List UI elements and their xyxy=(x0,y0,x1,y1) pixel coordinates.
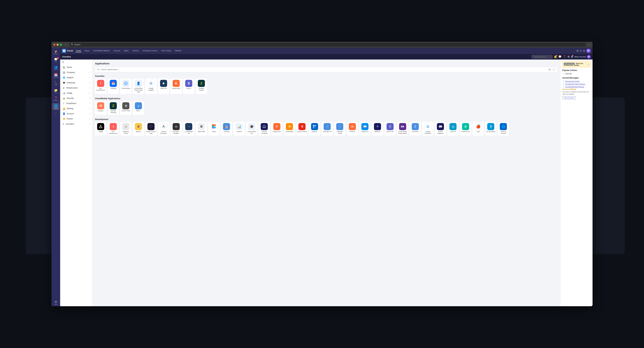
app-jreports[interactable]: 📊 Jreports xyxy=(234,122,245,136)
banner-close-button[interactable]: ✕ xyxy=(588,63,589,65)
app-msdn[interactable]: 📖 MSDN Magazine xyxy=(435,122,446,136)
sidebar-item-activity[interactable]: ⚡ Activity xyxy=(52,49,59,56)
app-webroot[interactable]: 🌐 Webroot Console xyxy=(498,122,509,136)
help-icon[interactable]: ❓ xyxy=(563,55,566,58)
sidebar-nav-infrastructure[interactable]: 🖥 Infrastructure ∨ xyxy=(60,85,92,90)
app-myglue[interactable]: MyGlue xyxy=(309,122,320,136)
sidebar-nav-security[interactable]: 🔒 Security ∨ xyxy=(60,96,92,101)
app-postman[interactable]: ✉ Postman xyxy=(347,122,358,136)
app-onelogin-portal[interactable]: → OneLogin Portal xyxy=(334,122,346,136)
app-immy[interactable]: 🤖 Immybot xyxy=(221,122,232,136)
app-google-dev[interactable]: G Google Developer xyxy=(422,122,434,136)
settings-icon-secnav[interactable]: ⚙ xyxy=(567,55,570,58)
app-calendly[interactable]: 📅 Calendly xyxy=(108,78,119,94)
article-2020-w9[interactable]: 📄 2020 W9 xyxy=(562,72,590,75)
sidebar-item-calls[interactable]: 📞 Calls xyxy=(52,80,59,87)
grid-view-button[interactable]: ⊞ xyxy=(548,68,552,71)
app-aha-dev[interactable]: ! Aha - Development xyxy=(95,78,106,94)
sidebar-nav-usage[interactable]: 📊 Usage ∨ xyxy=(60,90,92,96)
app-hubspot[interactable]: H Hubspot xyxy=(95,101,106,115)
view-courses-button[interactable]: View Courses xyxy=(562,96,576,99)
topnav-avatar[interactable]: RC xyxy=(586,49,590,53)
sidebar-nav-partner[interactable]: 🤝 Partner ∨ xyxy=(60,116,92,121)
app-kaseya-bms[interactable]: K Kaseya BMS xyxy=(170,78,182,94)
app-syncro-api[interactable]: S Syncro API xyxy=(384,122,396,136)
sidebar-item-portal[interactable]: 🌐 Portal xyxy=(52,103,59,110)
secnav-search-input[interactable] xyxy=(533,55,552,58)
app-addigy[interactable]: Addigy xyxy=(95,122,106,136)
sidebar-item-calendar[interactable]: 📅 Calendar xyxy=(52,72,59,79)
app-kaseya-vsa[interactable]: K Kaseya VSA xyxy=(271,122,282,136)
app-freshservice[interactable]: ⚙ FreshService xyxy=(460,122,471,136)
msg-cloudradial-public[interactable]: 📄 CloudRadial Public Release xyxy=(562,83,590,85)
sidebar-nav-alerting[interactable]: 🔔 Alerting ∨ xyxy=(60,106,92,111)
app-lansweeper[interactable]: 🖥 Lansweeper xyxy=(284,122,295,136)
sidebar-nav-account[interactable]: 👤 Account ∨ xyxy=(60,111,92,116)
app-auvik[interactable]: ◎ Auvik API xyxy=(447,122,459,136)
app-demo-portal[interactable]: 🖥 Demo Portal xyxy=(120,101,132,115)
app-google-analytics[interactable]: G Google Analytics xyxy=(145,78,157,94)
address-bar[interactable]: 🔍 Search xyxy=(70,43,586,47)
hamburger-button[interactable]: ☰ xyxy=(60,59,92,65)
app-vs[interactable]: Visual Studio Subscriptions xyxy=(397,122,408,136)
grid-icon[interactable]: ⊞ xyxy=(576,49,578,52)
app-breach-secure[interactable]: 🛡 Breach Secure Now xyxy=(145,122,157,136)
sidebar-nav-azurative[interactable]: ✦ Azurative ∨ xyxy=(60,121,92,127)
list-view-button[interactable]: ≡ xyxy=(552,68,556,71)
app-aha-dev2[interactable]: ! Aha - Development xyxy=(108,122,119,136)
notifications-badge[interactable]: 🔔 1 xyxy=(554,55,557,58)
app-onelogin-api[interactable]: → OneLogin API xyxy=(322,122,333,136)
app-figma[interactable]: Figma xyxy=(208,122,220,136)
app-connectwise[interactable]: ConnectWise xyxy=(120,78,132,94)
app-zendesk[interactable]: Z Zendesk Articles xyxy=(196,78,207,94)
app-readme[interactable]: 📖 Readme.io xyxy=(359,122,370,136)
sidebar-item-files[interactable]: 📁 Files xyxy=(52,88,59,95)
app-zendesk-ticketing[interactable]: Z Zendesk Ticketing xyxy=(108,101,119,115)
sidebar-nav-university[interactable]: 🎓 University ∨ xyxy=(60,80,92,85)
nav-portal[interactable]: Portal xyxy=(76,49,82,52)
app-datto[interactable]: 🖥 Datto RMM xyxy=(196,122,207,136)
sidebar-nav-company[interactable]: 🏢 Company ∨ xyxy=(60,70,92,75)
sidebar-item-apps[interactable]: ⚙ Apps xyxy=(52,299,59,306)
msg-ransomware[interactable]: 📄 Ransomware Article xyxy=(562,80,590,83)
sidebar-item-answers[interactable]: ❓ Answers xyxy=(52,95,59,102)
app-more[interactable]: ▲ More... xyxy=(133,101,144,115)
app-kaseya-uni[interactable]: Kaseya University xyxy=(258,122,270,136)
traffic-light-green[interactable] xyxy=(60,44,62,46)
forward-button[interactable]: › xyxy=(66,43,67,46)
nav-courses[interactable]: Courses xyxy=(113,49,121,52)
nav-website[interactable]: Website xyxy=(174,49,182,52)
msg-cloudradial-beta[interactable]: 📄 CloudRadial Beta Release xyxy=(562,85,590,88)
app-churnzero[interactable]: ∞ ChumZero - Sandbox xyxy=(170,122,182,136)
app-balsamiq[interactable]: ☺ Balsamiq Cloud xyxy=(120,122,132,136)
traffic-light-yellow[interactable] xyxy=(56,44,58,46)
app-cw-portal[interactable]: 👤 ConnectWise Client Portal (old) xyxy=(133,78,144,94)
app-jamf[interactable]: 🍎 Jamf xyxy=(472,122,484,136)
apps-badge[interactable]: ⊞ 1 xyxy=(571,55,573,58)
traffic-light-red[interactable] xyxy=(54,44,55,46)
app-kaseya-bms-api[interactable]: 🎓 Kaseya BMS Api xyxy=(246,122,257,136)
app-zomentum[interactable]: Z Zomentum xyxy=(410,122,421,136)
sidebar-nav-compliance[interactable]: ⚠ Compliance ∨ xyxy=(60,101,92,106)
sidebar-item-teams[interactable]: 👥 Teams xyxy=(52,64,59,71)
app-hp-dev[interactable]: 🖥 HP Developer xyxy=(485,122,496,136)
app-halo[interactable]: ★ Halo PSA xyxy=(158,78,169,94)
nav-about[interactable]: About xyxy=(84,49,90,52)
teams-more-button[interactable]: ··· xyxy=(55,111,57,115)
nav-view-tickets[interactable]: View Tickets xyxy=(161,49,172,52)
sidebar-nav-support[interactable]: 🌐 Support ∨ xyxy=(60,75,92,80)
settings-icon[interactable]: ⚙ xyxy=(583,49,585,52)
sidebar-nav-home[interactable]: 🏠 Home xyxy=(60,65,92,70)
chat-icon-secnav[interactable]: 💬 xyxy=(558,55,562,58)
secnav-user[interactable]: Ricky Cecchini RC xyxy=(574,55,590,58)
app-syncro[interactable]: S Syncro xyxy=(183,78,194,94)
refresh-icon[interactable]: ↻ xyxy=(580,49,582,52)
app-cr-api[interactable]: → CloudRadial API xyxy=(183,122,194,136)
apps-search-input[interactable] xyxy=(101,68,548,71)
back-button[interactable]: ‹ xyxy=(64,43,65,46)
app-chrome-dev[interactable]: Chrome Developer xyxy=(158,122,169,136)
app-beamer[interactable]: # Beamer xyxy=(133,122,144,136)
nav-policies[interactable]: Policies xyxy=(132,49,140,52)
app-sigparser[interactable]: ≡ SigParser xyxy=(372,122,383,136)
nav-office[interactable]: Office xyxy=(124,49,130,52)
